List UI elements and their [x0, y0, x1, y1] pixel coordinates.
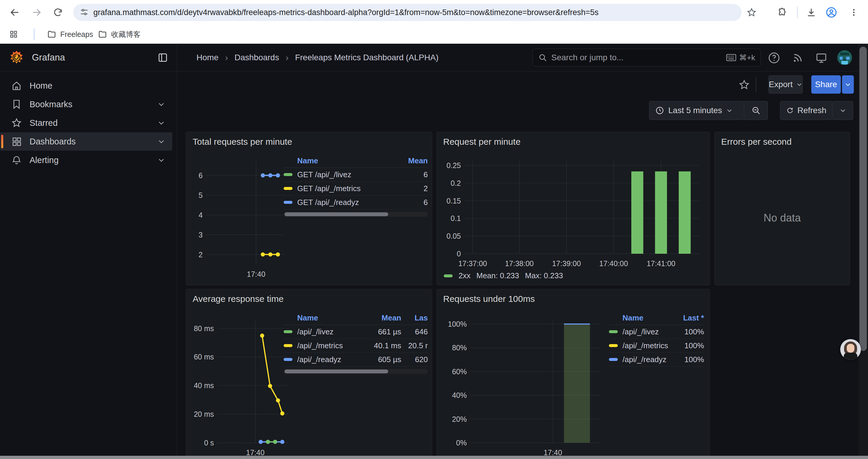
- profile-icon: [826, 7, 837, 18]
- star-icon: [747, 7, 756, 18]
- legend-header-name[interactable]: Name: [284, 156, 398, 165]
- legend-table[interactable]: NameLast */api/_/livez100%/api/_/metrics…: [609, 311, 704, 366]
- series-name: 2xx: [459, 271, 470, 280]
- legend-scrollbar-thumb[interactable]: [284, 369, 388, 373]
- legend-row[interactable]: /api/_/metrics40.1 ms20.5 r: [284, 339, 428, 353]
- legend-header-mean[interactable]: Mean: [357, 314, 401, 323]
- series-name: /api/_/livez: [297, 327, 334, 336]
- svg-text:80%: 80%: [452, 343, 467, 352]
- legend-scrollbar-thumb[interactable]: [284, 212, 388, 216]
- legend-row[interactable]: /api/_/livez100%: [609, 325, 704, 339]
- sidebar-item-starred[interactable]: Starred: [0, 114, 172, 132]
- page-scrollbar-thumb[interactable]: [860, 47, 867, 351]
- extensions-button[interactable]: [774, 4, 790, 21]
- downloads-button[interactable]: [803, 4, 819, 21]
- panel-requests-under-100ms[interactable]: Requests under 100ms 100%80%60%40%20%0%1…: [436, 289, 710, 459]
- apps-grid-button[interactable]: [5, 26, 22, 42]
- svg-text:17:40: 17:40: [246, 448, 265, 457]
- svg-text:60 ms: 60 ms: [194, 353, 214, 361]
- url-text: grafana.mathmast.com/d/deytv4rwavabkb/fr…: [93, 8, 598, 17]
- legend-table[interactable]: NameMeanLas/api/_/livez661 µs646/api/_/m…: [284, 311, 428, 374]
- svg-text:3: 3: [198, 231, 203, 239]
- legend-scrollbar[interactable]: [284, 212, 428, 217]
- legend-header-las[interactable]: Las: [401, 314, 428, 323]
- panel-avg-response-time[interactable]: Average response time 80 ms60 ms40 ms20 …: [186, 289, 432, 459]
- legend-line[interactable]: 2xx Mean: 0.233 Max: 0.233: [444, 271, 563, 280]
- chevron-down-icon[interactable]: [157, 156, 165, 164]
- panel-request-per-minute[interactable]: Request per minute 0.250.20.150.10.05017…: [436, 132, 710, 285]
- series-name: /api/_/metrics: [297, 341, 343, 350]
- search-icon: [538, 53, 547, 62]
- panel-errors-per-second[interactable]: Errors per second No data: [714, 132, 850, 285]
- legend-row[interactable]: /api/_/livez661 µs646: [284, 325, 428, 339]
- back-button[interactable]: [6, 4, 23, 21]
- time-range-picker[interactable]: Last 5 minutes: [649, 101, 744, 120]
- share-button[interactable]: Share: [811, 75, 841, 94]
- favorite-star-icon[interactable]: [739, 79, 750, 90]
- svg-text:2: 2: [198, 251, 203, 259]
- chevron-down-icon[interactable]: [157, 138, 165, 145]
- browser-menu-button[interactable]: [845, 4, 862, 21]
- user-avatar[interactable]: [837, 50, 852, 65]
- breadcrumb-dashboards[interactable]: Dashboards: [235, 53, 279, 62]
- legend-row[interactable]: GET /api/_/metrics2: [284, 182, 428, 196]
- floating-assistant-avatar[interactable]: [840, 339, 861, 360]
- sidebar-item-bookmarks[interactable]: Bookmarks: [0, 95, 172, 113]
- legend-row[interactable]: /api/_/readyz100%: [609, 353, 704, 366]
- sidebar-item-dashboards[interactable]: Dashboards: [0, 132, 172, 151]
- legend-scrollbar[interactable]: [284, 369, 428, 374]
- kiosk-monitor-icon[interactable]: [815, 52, 827, 64]
- panel-total-requests[interactable]: Total requests per minute 6543217:40 Nam…: [186, 132, 432, 285]
- download-icon: [806, 7, 816, 18]
- breadcrumb: Home › Dashboards › Freeleaps Metrics Da…: [196, 44, 438, 71]
- export-button[interactable]: Export: [769, 75, 803, 94]
- dock-sidebar-toggle-icon[interactable]: [157, 52, 168, 63]
- url-bar[interactable]: grafana.mathmast.com/d/deytv4rwavabkb/fr…: [73, 4, 742, 21]
- help-icon[interactable]: [768, 52, 780, 64]
- refresh-button[interactable]: Refresh: [780, 101, 833, 120]
- legend-header-last-[interactable]: Last *: [669, 314, 704, 323]
- sidebar-item-label: Bookmarks: [30, 100, 72, 109]
- chevron-down-icon[interactable]: [157, 100, 165, 108]
- legend-row[interactable]: GET /api/_/livez6: [284, 168, 428, 182]
- apps-grid-icon: [9, 30, 18, 39]
- site-settings-icon[interactable]: [80, 8, 89, 17]
- svg-text:17:41:00: 17:41:00: [647, 259, 675, 268]
- breadcrumb-home[interactable]: Home: [196, 53, 219, 62]
- reload-button[interactable]: [50, 4, 66, 21]
- sidebar-item-label: Starred: [30, 118, 58, 128]
- news-rss-icon[interactable]: [792, 52, 804, 64]
- series-name: GET /api/_/livez: [297, 170, 351, 179]
- legend-row[interactable]: /api/_/metrics100%: [609, 339, 704, 353]
- legend-row[interactable]: /api/_/readyz605 µs620: [284, 353, 428, 366]
- keyboard-icon: [726, 54, 736, 61]
- window-bottom-scrollbar[interactable]: [0, 456, 868, 459]
- share-menu-button[interactable]: [842, 75, 854, 94]
- chevron-down-icon: [840, 107, 846, 114]
- series-name: /api/_/readyz: [297, 355, 341, 364]
- zoom-out-button[interactable]: [744, 101, 768, 120]
- legend-header-name[interactable]: Name: [284, 314, 357, 323]
- legend-table[interactable]: NameMeanGET /api/_/livez6GET /api/_/metr…: [284, 154, 428, 217]
- panel-title: Average response time: [193, 294, 284, 304]
- refresh-interval-button[interactable]: [833, 101, 853, 120]
- search-placeholder: Search or jump to...: [551, 53, 722, 62]
- legend-row[interactable]: GET /api/_/readyz6: [284, 196, 428, 209]
- panel-title: Total requests per minute: [193, 137, 292, 147]
- bookmark-folder-blogs[interactable]: 收藏博客: [94, 27, 145, 41]
- zoom-out-icon: [751, 106, 761, 115]
- sidebar-item-alerting[interactable]: Alerting: [0, 151, 172, 169]
- sidebar-item-home[interactable]: Home: [0, 76, 172, 95]
- bookmark-folder-freeleaps[interactable]: Freeleaps: [43, 27, 97, 41]
- profile-button[interactable]: [823, 4, 840, 21]
- series-swatch: [284, 201, 292, 204]
- legend-header-mean[interactable]: Mean: [398, 156, 428, 165]
- forward-button[interactable]: [28, 4, 45, 21]
- legend-header-name[interactable]: Name: [609, 314, 669, 323]
- svg-text:20%: 20%: [452, 415, 467, 423]
- bookmark-star-button[interactable]: [743, 4, 760, 21]
- browser-toolbar: grafana.mathmast.com/d/deytv4rwavabkb/fr…: [0, 0, 868, 25]
- series-name: GET /api/_/readyz: [297, 198, 359, 207]
- chevron-down-icon[interactable]: [157, 119, 165, 127]
- search-input[interactable]: Search or jump to... ⌘+k: [533, 49, 761, 66]
